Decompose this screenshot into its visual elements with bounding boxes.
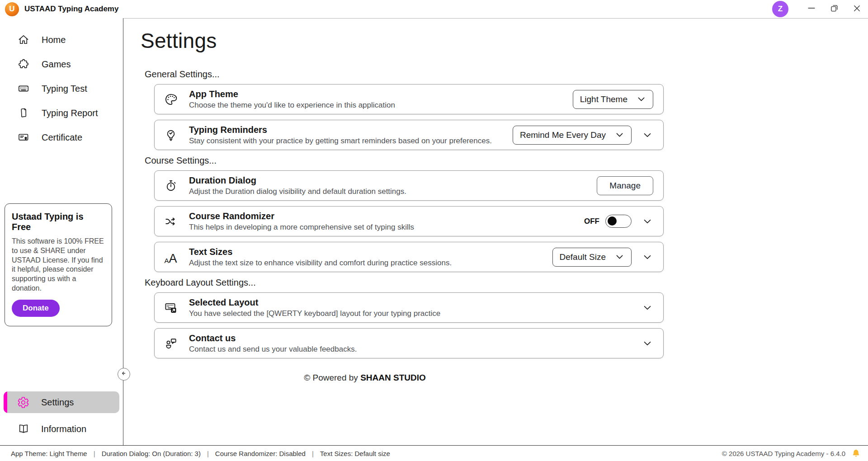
setting-row-course-randomizer: Course Randomizer This helps in developi… [154, 206, 664, 236]
text-sizes-dropdown[interactable]: Default Size [552, 248, 632, 267]
setting-subtitle: This helps in developing a more comprehe… [189, 223, 414, 232]
sidebar-item-typing-test[interactable]: Typing Test [0, 76, 123, 101]
statusbar: App Theme: Light Theme | Duration Dialog… [0, 445, 868, 461]
donation-title: Ustaad Typing is Free [12, 212, 105, 232]
user-avatar[interactable]: Z [772, 1, 788, 17]
contact-us-expander[interactable] [642, 338, 653, 349]
setting-title: Contact us [189, 333, 357, 343]
sidebar: Home Games Typing Test Typing Report Cer… [0, 18, 123, 445]
close-icon [852, 4, 862, 15]
setting-subtitle: Choose the theme you'd like to experienc… [189, 101, 395, 110]
close-button[interactable] [845, 0, 868, 18]
report-icon [17, 107, 29, 119]
powered-by-prefix: © Powered by [304, 373, 360, 382]
gear-icon [17, 396, 29, 409]
status-app-theme: App Theme: Light Theme [11, 450, 87, 457]
copyright-version: © 2026 USTAAD Typing Academy - 6.4.0 [722, 450, 845, 457]
course-randomizer-expander[interactable] [642, 216, 653, 227]
chevron-down-icon [642, 339, 652, 348]
chevron-down-icon [615, 130, 624, 140]
puzzle-icon [17, 58, 29, 71]
minimize-icon [807, 3, 816, 15]
sidebar-collapse-button[interactable] [118, 368, 130, 381]
powered-by-footer: © Powered by SHAAN STUDIO [124, 373, 606, 383]
sidebar-item-label: Settings [41, 397, 74, 408]
main-content: Settings General Settings... App Theme C… [124, 18, 868, 445]
donate-button[interactable]: Donate [12, 300, 60, 317]
sidebar-item-certificate[interactable]: Certificate [0, 125, 123, 150]
setting-row-selected-layout: Selected Layout You have selected the [Q… [154, 292, 664, 323]
sidebar-item-label: Information [41, 424, 86, 434]
chevron-down-icon [642, 216, 652, 226]
sidebar-item-games[interactable]: Games [0, 52, 123, 76]
dropdown-value: Remind Me Every Day [520, 130, 606, 140]
section-heading-course: Course Settings... [145, 155, 664, 166]
bell-icon[interactable] [851, 449, 861, 458]
toggle-knob [608, 216, 617, 226]
typing-reminders-dropdown[interactable]: Remind Me Every Day [513, 126, 632, 145]
selected-layout-expander[interactable] [642, 302, 653, 314]
chevron-down-icon [642, 252, 652, 262]
keyboard-layout-icon [164, 301, 178, 315]
arrow-left-icon [120, 369, 128, 379]
setting-row-app-theme: App Theme Choose the theme you'd like to… [154, 84, 664, 114]
status-separator: | [312, 450, 314, 457]
setting-title: Course Randomizer [189, 211, 414, 221]
chevron-down-icon [642, 130, 652, 140]
sidebar-item-label: Home [42, 35, 66, 45]
status-text-sizes: Text Sizes: Default size [320, 450, 390, 457]
setting-row-typing-reminders: Typing Reminders Stay consistent with yo… [154, 120, 664, 150]
status-duration-dialog: Duration Dialog: On (Duration: 3) [102, 450, 201, 457]
home-icon [17, 34, 29, 46]
app-title: USTAAD Typing Academy [24, 5, 118, 14]
app-theme-dropdown[interactable]: Light Theme [573, 90, 653, 109]
typing-reminders-expander[interactable] [642, 129, 653, 141]
setting-subtitle: Stay consistent with your practice by ge… [189, 136, 492, 146]
text-sizes-expander[interactable] [642, 251, 653, 263]
sidebar-item-information[interactable]: Information [4, 418, 119, 440]
text-size-icon: AA [164, 250, 178, 264]
setting-subtitle: Adjust the text size to enhance visibili… [189, 259, 452, 268]
app-logo-icon: U [5, 2, 19, 16]
status-separator: | [94, 450, 95, 457]
section-heading-keyboard-layout: Keyboard Layout Settings... [145, 278, 664, 288]
keyboard-icon [17, 83, 29, 95]
letter-a-small: A [164, 257, 169, 264]
chevron-down-icon [642, 303, 652, 313]
setting-title: Duration Dialog [189, 175, 406, 186]
setting-title: App Theme [189, 89, 395, 99]
donation-card: Ustaad Typing is Free This software is 1… [5, 203, 112, 326]
letter-a-large: A [169, 254, 177, 264]
bulb-check-icon [164, 128, 178, 142]
sidebar-item-label: Certificate [42, 132, 82, 143]
sidebar-item-label: Games [42, 59, 71, 70]
chevron-down-icon [615, 252, 624, 262]
restore-button[interactable] [823, 0, 845, 18]
setting-subtitle: Adjust the Duration dialog visibility an… [189, 187, 406, 196]
setting-row-duration-dialog: Duration Dialog Adjust the Duration dial… [154, 170, 664, 201]
minimize-button[interactable] [800, 0, 823, 18]
setting-title: Selected Layout [189, 297, 440, 308]
chevron-down-icon [637, 94, 646, 104]
sidebar-item-settings[interactable]: Settings [4, 391, 119, 413]
status-separator: | [207, 450, 209, 457]
certificate-icon [17, 132, 29, 144]
status-course-randomizer: Course Randomizer: Disabled [215, 450, 306, 457]
donation-body: This software is 100% FREE to use & SHAR… [12, 237, 105, 293]
manage-button[interactable]: Manage [597, 176, 653, 195]
setting-subtitle: Contact us and send us your valuable fee… [189, 345, 357, 354]
setting-title: Typing Reminders [189, 125, 492, 135]
sidebar-item-typing-report[interactable]: Typing Report [0, 101, 123, 125]
palette-icon [164, 92, 178, 106]
contact-icon [164, 336, 178, 350]
selected-accent-bar [4, 391, 7, 413]
section-heading-general: General Settings... [145, 69, 664, 80]
page-title: Settings [141, 28, 217, 53]
sidebar-item-label: Typing Test [42, 84, 87, 94]
setting-row-text-sizes: AA Text Sizes Adjust the text size to en… [154, 242, 664, 272]
course-randomizer-toggle[interactable] [605, 215, 632, 228]
setting-title: Text Sizes [189, 247, 452, 257]
powered-by-brand: SHAAN STUDIO [360, 373, 426, 382]
sidebar-item-home[interactable]: Home [0, 28, 123, 52]
setting-subtitle: You have selected the [QWERTY keyboard] … [189, 309, 440, 318]
